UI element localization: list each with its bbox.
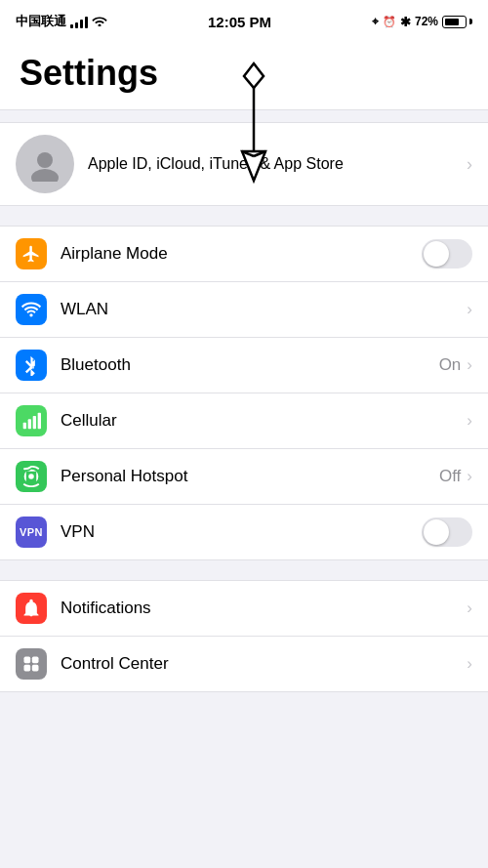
account-chevron-icon: ›	[467, 154, 472, 175]
settings-row-bluetooth[interactable]: Bluetooth On ›	[0, 338, 488, 393]
carrier-label: 中国联通	[16, 13, 66, 30]
hotspot-chevron-icon: ›	[467, 467, 472, 486]
svg-rect-10	[38, 413, 41, 430]
wlan-label: WLAN	[61, 300, 453, 319]
settings-group-inner: Airplane Mode WLAN ›	[0, 226, 488, 560]
svg-rect-7	[23, 423, 26, 430]
notifications-svg	[21, 598, 41, 619]
settings-row-control-center[interactable]: Control Center ›	[0, 637, 488, 691]
notifications-icon	[16, 593, 47, 624]
control-center-icon	[16, 648, 47, 680]
status-time: 12:05 PM	[208, 14, 271, 30]
svg-point-6	[31, 169, 59, 182]
bluetooth-right: On ›	[439, 355, 472, 375]
bluetooth-status-icon: ✱	[400, 15, 411, 29]
vpn-toggle-knob	[424, 519, 449, 545]
vpn-badge-text: VPN	[16, 524, 47, 540]
battery-percent: 72%	[415, 15, 438, 28]
vpn-toggle-area	[422, 517, 472, 547]
wlan-right: ›	[467, 300, 472, 319]
person-icon	[27, 146, 62, 182]
settings-row-vpn[interactable]: VPN VPN	[0, 505, 488, 559]
control-center-svg	[21, 654, 41, 674]
svg-rect-13	[32, 657, 39, 664]
status-bar: 中国联通 12:05 PM ⌖ ⏰ ✱ 72%	[0, 0, 488, 43]
notifications-right: ›	[467, 599, 472, 618]
svg-rect-14	[24, 665, 31, 672]
svg-point-5	[37, 152, 53, 168]
control-center-chevron-icon: ›	[467, 654, 472, 674]
cellular-svg	[21, 411, 41, 431]
battery-indicator	[442, 16, 472, 28]
airplane-mode-toggle-area	[422, 239, 472, 269]
wlan-chevron-icon: ›	[467, 300, 472, 319]
wifi-svg	[21, 302, 41, 317]
wifi-status-icon	[92, 14, 107, 29]
signal-bars	[70, 15, 88, 28]
cellular-icon	[16, 405, 47, 436]
hotspot-icon	[16, 461, 47, 492]
svg-rect-15	[32, 665, 39, 672]
control-center-label: Control Center	[61, 654, 453, 674]
account-row[interactable]: Apple ID, iCloud, iTunes & App Store ›	[0, 122, 488, 206]
toggle-knob	[424, 241, 449, 267]
settings-row-notifications[interactable]: Notifications ›	[0, 581, 488, 637]
hotspot-right: Off ›	[439, 467, 472, 486]
svg-point-11	[28, 474, 34, 479]
bluetooth-chevron-icon: ›	[467, 355, 472, 375]
account-section: Apple ID, iCloud, iTunes & App Store ›	[0, 110, 488, 206]
settings-header: Settings	[0, 43, 488, 110]
status-left: 中国联通	[16, 13, 107, 30]
settings-row-airplane[interactable]: Airplane Mode	[0, 227, 488, 282]
settings-group2-inner: Notifications › Control Center ›	[0, 580, 488, 692]
svg-rect-9	[33, 416, 36, 429]
svg-rect-12	[24, 657, 31, 664]
settings-row-hotspot[interactable]: Personal Hotspot Off ›	[0, 449, 488, 505]
cellular-right: ›	[467, 411, 472, 431]
bluetooth-value: On	[439, 355, 462, 375]
bluetooth-icon	[16, 350, 47, 381]
account-label: Apple ID, iCloud, iTunes & App Store	[88, 155, 453, 173]
airplane-mode-toggle[interactable]	[422, 239, 472, 269]
page-title: Settings	[20, 53, 468, 94]
status-right: ⌖ ⏰ ✱ 72%	[372, 15, 472, 29]
vpn-label: VPN	[61, 522, 408, 542]
settings-row-cellular[interactable]: Cellular ›	[0, 393, 488, 449]
hotspot-label: Personal Hotspot	[61, 467, 426, 486]
airplane-mode-label: Airplane Mode	[61, 244, 408, 264]
vpn-icon: VPN	[16, 517, 47, 548]
hotspot-svg	[20, 466, 42, 487]
bluetooth-label: Bluetooth	[61, 355, 426, 375]
cellular-label: Cellular	[61, 411, 453, 431]
vpn-toggle[interactable]	[422, 517, 472, 547]
control-center-right: ›	[467, 654, 472, 674]
bluetooth-svg	[23, 354, 39, 376]
svg-rect-8	[28, 419, 31, 429]
hotspot-value: Off	[439, 467, 461, 486]
wlan-icon	[16, 294, 47, 325]
alarm-icon: ⏰	[383, 16, 396, 28]
settings-group-connectivity: Airplane Mode WLAN ›	[0, 226, 488, 560]
notifications-chevron-icon: ›	[467, 599, 472, 618]
avatar	[16, 135, 74, 193]
notifications-label: Notifications	[61, 599, 453, 618]
airplane-mode-icon	[16, 238, 47, 269]
airplane-svg	[21, 244, 41, 264]
account-info: Apple ID, iCloud, iTunes & App Store	[88, 155, 453, 173]
location-icon: ⌖	[372, 15, 379, 28]
settings-row-wlan[interactable]: WLAN ›	[0, 282, 488, 338]
settings-group-general: Notifications › Control Center ›	[0, 580, 488, 692]
cellular-chevron-icon: ›	[467, 411, 472, 431]
